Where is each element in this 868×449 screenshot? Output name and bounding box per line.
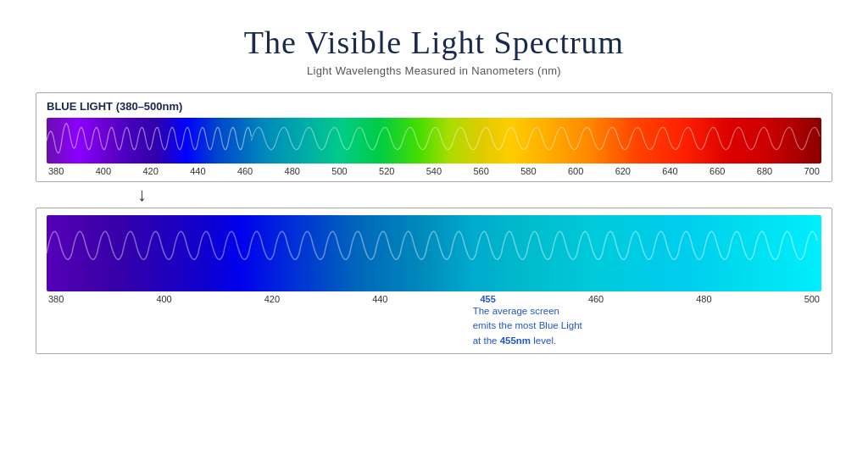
blue-light-range: (380–500nm): [116, 100, 183, 113]
zoom-axis-container: 380 400 420 440 455 460 480 500 The aver…: [47, 294, 821, 348]
455-label: 455: [481, 294, 496, 304]
zoom-spectrum-chart: 380 400 420 440 455 460 480 500 The aver…: [36, 208, 832, 354]
annotation-line2: emits the most Blue Light: [473, 319, 582, 333]
arrow-down-container: ↓: [36, 186, 832, 204]
blue-light-bold: BLUE LIGHT: [47, 100, 113, 113]
annotation-line1: The average screen: [473, 304, 582, 319]
annotation-455-text: The average screen emits the most Blue L…: [473, 304, 582, 348]
full-spectrum-gradient: [47, 118, 821, 164]
annotation-line3: at the 455nm level.: [473, 334, 582, 348]
full-spectrum-chart: BLUE LIGHT (380–500nm) 380 400 420 440 4…: [36, 92, 832, 182]
zoom-spectrum-bar: [47, 215, 821, 291]
full-spectrum-axis: 380 400 420 440 460 480 500 520 540 560 …: [47, 166, 821, 176]
zoom-spectrum-gradient: [47, 215, 821, 291]
full-spectrum-bar: [47, 118, 821, 164]
zoom-spectrum-axis: 380 400 420 440 455 460 480 500: [47, 294, 821, 304]
annotation-line3-post: level.: [531, 335, 556, 346]
annotation-line3-pre: at the: [473, 335, 500, 346]
subtitle: Light Wavelengths Measured in Nanometers…: [307, 64, 561, 77]
blue-light-label: BLUE LIGHT (380–500nm): [47, 100, 821, 113]
arrow-down-icon: ↓: [137, 186, 147, 204]
page-title: The Visible Light Spectrum: [244, 24, 624, 61]
annotation-line3-bold: 455nm: [500, 335, 531, 346]
annotation-area: The average screen emits the most Blue L…: [47, 304, 821, 348]
